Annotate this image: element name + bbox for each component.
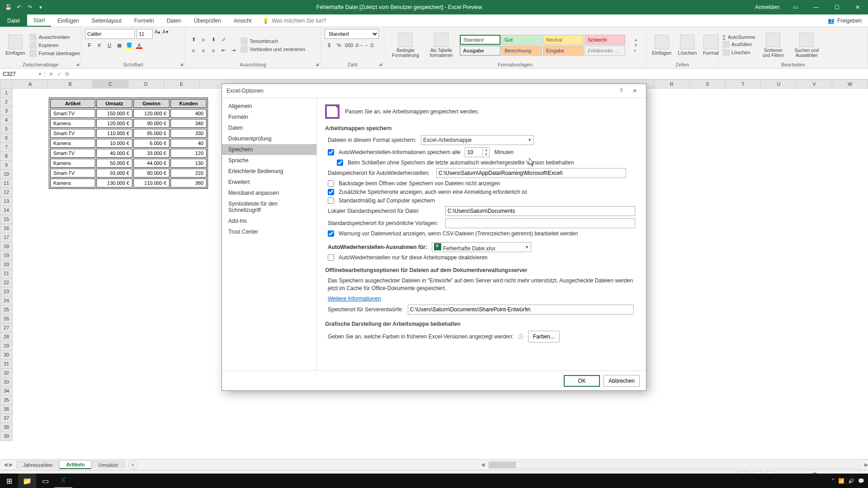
row-header[interactable]: 4 bbox=[0, 116, 13, 125]
share-button[interactable]: 👥 Freigeben bbox=[821, 14, 868, 27]
row-header[interactable]: 22 bbox=[0, 278, 13, 287]
col-header[interactable]: E bbox=[164, 80, 200, 89]
format-as-table-button[interactable]: Als Tabelle formatieren bbox=[426, 32, 457, 59]
dialog-launcher-icon[interactable]: ◢ bbox=[316, 62, 319, 66]
maximize-icon[interactable]: ☐ bbox=[826, 0, 847, 14]
row-header[interactable]: 35 bbox=[0, 396, 13, 405]
notifications-icon[interactable]: 💬 bbox=[858, 478, 864, 484]
merge-center-button[interactable]: Verbinden und zentrieren bbox=[241, 46, 305, 53]
sound-icon[interactable]: 🔊 bbox=[848, 478, 854, 484]
row-header[interactable]: 3 bbox=[0, 107, 13, 116]
cell-style-schlecht[interactable]: Schlecht bbox=[585, 35, 625, 45]
extra-locations-checkbox[interactable] bbox=[328, 189, 334, 195]
spin-down-icon[interactable]: ▼ bbox=[483, 152, 489, 157]
row-header[interactable]: 27 bbox=[0, 324, 13, 333]
no-backstage-checkbox[interactable] bbox=[328, 180, 334, 187]
undo-icon[interactable]: ↶ bbox=[14, 3, 24, 12]
percent-icon[interactable]: % bbox=[335, 41, 344, 50]
table-cell[interactable]: Kamera bbox=[50, 159, 95, 168]
table-cell[interactable]: 150.000 € bbox=[96, 109, 132, 118]
cell-style-berechnung[interactable]: Berechnung bbox=[501, 46, 542, 56]
template-path-input[interactable] bbox=[445, 218, 635, 228]
row-header[interactable]: 34 bbox=[0, 387, 13, 396]
copy-button[interactable]: Kopieren bbox=[29, 42, 80, 49]
col-header[interactable]: C bbox=[93, 80, 128, 89]
sheet-nav-next-icon[interactable]: ▶ bbox=[9, 462, 13, 468]
cell-style-standard[interactable]: Standard bbox=[460, 35, 500, 45]
cancel-button[interactable]: Abbrechen bbox=[604, 375, 640, 387]
row-header[interactable]: 10 bbox=[0, 170, 13, 179]
scroll-left-icon[interactable]: ◀ bbox=[481, 462, 485, 468]
row-header[interactable]: 18 bbox=[0, 242, 13, 251]
enter-formula-icon[interactable]: ✓ bbox=[57, 71, 61, 77]
tab-formulas[interactable]: Formeln bbox=[128, 14, 160, 27]
app-icon[interactable]: ▭ bbox=[36, 474, 54, 488]
cell-style-explanatory[interactable]: Erklärender … bbox=[585, 46, 625, 56]
local-path-input[interactable] bbox=[445, 206, 635, 216]
more-info-link[interactable]: Weitere Informationen bbox=[328, 296, 381, 302]
increase-decimal-icon[interactable]: .0→ bbox=[354, 41, 363, 50]
nav-addins[interactable]: Add-Ins bbox=[222, 216, 316, 226]
decrease-indent-icon[interactable]: ⇤ bbox=[219, 46, 228, 55]
gallery-up-icon[interactable]: ▲ bbox=[634, 38, 638, 42]
col-header[interactable]: U bbox=[761, 80, 797, 89]
row-header[interactable]: 23 bbox=[0, 287, 13, 296]
nav-accessibility[interactable]: Erleichterte Bedienung bbox=[222, 166, 316, 177]
row-header[interactable]: 36 bbox=[0, 405, 13, 414]
tell-me-search[interactable]: 💡 Was möchten Sie tun? bbox=[258, 14, 330, 27]
table-cell[interactable]: 6.000 € bbox=[133, 139, 170, 148]
table-cell[interactable]: Kamera bbox=[50, 119, 95, 128]
row-header[interactable]: 31 bbox=[0, 360, 13, 369]
select-all-corner[interactable] bbox=[0, 80, 13, 89]
cell-style-neutral[interactable]: Neutral bbox=[543, 35, 584, 45]
csv-warning-checkbox[interactable] bbox=[328, 230, 334, 237]
table-cell[interactable]: 400 bbox=[170, 109, 207, 118]
table-cell[interactable]: 93.000 € bbox=[96, 169, 132, 178]
tab-data[interactable]: Daten bbox=[160, 14, 188, 27]
table-cell[interactable]: 110.000 € bbox=[96, 129, 132, 138]
network-icon[interactable]: 📶 bbox=[838, 478, 844, 484]
border-button[interactable]: ▦ bbox=[115, 41, 124, 50]
row-header[interactable]: 1 bbox=[0, 89, 13, 98]
row-header[interactable]: 15 bbox=[0, 215, 13, 224]
tab-start[interactable]: Start bbox=[27, 14, 51, 27]
number-format-select[interactable]: Standard bbox=[325, 29, 379, 39]
conditional-formatting-button[interactable]: Bedingte Formatierung bbox=[388, 32, 423, 59]
row-header[interactable]: 13 bbox=[0, 197, 13, 206]
col-header[interactable]: W bbox=[832, 80, 868, 89]
table-cell[interactable]: 120.000 € bbox=[133, 109, 170, 118]
horizontal-scrollbar[interactable] bbox=[488, 461, 861, 469]
row-header[interactable]: 19 bbox=[0, 251, 13, 260]
sort-filter-button[interactable]: Sortieren und Filtern bbox=[758, 32, 788, 59]
align-top-icon[interactable]: ⬆ bbox=[189, 35, 198, 44]
col-header[interactable]: D bbox=[128, 80, 164, 89]
file-tab[interactable]: Datei bbox=[0, 14, 27, 27]
fill-color-button[interactable]: 🪣 bbox=[125, 41, 134, 50]
table-cell[interactable]: Smart-TV bbox=[50, 169, 95, 178]
table-cell[interactable]: Smart-TV bbox=[50, 129, 95, 138]
table-cell[interactable]: 130 bbox=[170, 159, 207, 168]
col-header[interactable]: R bbox=[654, 80, 690, 89]
table-cell[interactable]: 380 bbox=[170, 178, 207, 188]
row-header[interactable]: 38 bbox=[0, 423, 13, 432]
nav-save[interactable]: Speichern bbox=[222, 144, 316, 155]
cell-style-gut[interactable]: Gut bbox=[501, 35, 542, 45]
name-box[interactable]: C327 ▼ bbox=[0, 71, 45, 77]
nav-qat[interactable]: Symbolleiste für den Schnellzugriff bbox=[222, 198, 316, 216]
keep-last-version-checkbox[interactable] bbox=[337, 160, 343, 166]
row-header[interactable]: 11 bbox=[0, 179, 13, 188]
fx-icon[interactable]: fx bbox=[65, 71, 69, 77]
nav-trust-center[interactable]: Trust Center bbox=[222, 226, 316, 237]
nav-formulas[interactable]: Formeln bbox=[222, 112, 316, 122]
colors-button[interactable]: Farben... bbox=[528, 331, 560, 343]
table-cell[interactable]: 110.000 € bbox=[133, 178, 170, 188]
exceptions-workbook-select[interactable]: Fehlerhafte Datei.xlsx ▼ bbox=[432, 242, 531, 252]
underline-button[interactable]: U bbox=[105, 41, 114, 50]
sheet-tab[interactable]: Artikeln bbox=[59, 460, 91, 469]
save-local-checkbox[interactable] bbox=[328, 197, 334, 204]
scroll-right-icon[interactable]: ▶ bbox=[864, 462, 868, 468]
tab-layout[interactable]: Seitenlayout bbox=[85, 14, 128, 27]
table-cell[interactable]: 220 bbox=[170, 169, 207, 178]
row-header[interactable]: 32 bbox=[0, 369, 13, 378]
table-cell[interactable]: Smart-TV bbox=[50, 109, 95, 118]
